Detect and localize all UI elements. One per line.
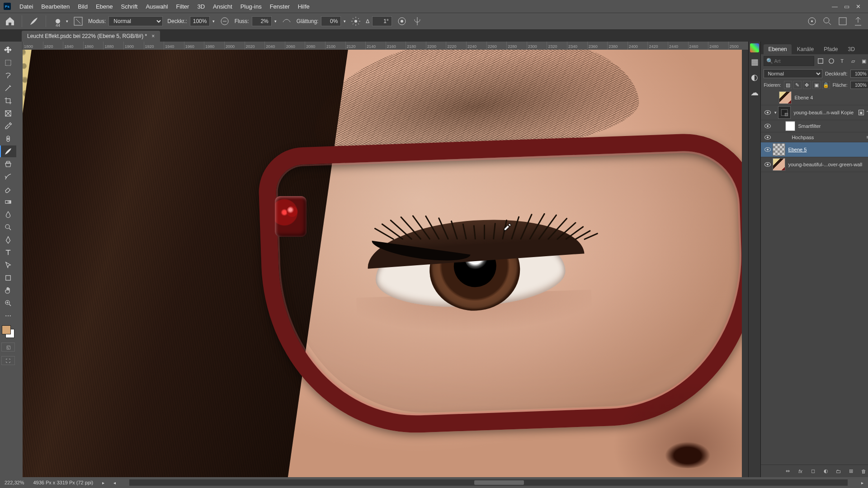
lock-transparency-icon[interactable]: ▨ — [784, 81, 792, 89]
filter-adjust-icon[interactable] — [827, 56, 836, 66]
clone-stamp-tool[interactable] — [0, 158, 16, 170]
eraser-tool[interactable] — [0, 183, 16, 195]
delete-layer-icon[interactable]: 🗑 — [859, 467, 868, 476]
home-icon[interactable] — [5, 16, 15, 27]
layer-thumbnail[interactable] — [779, 91, 792, 104]
scroll-right-icon[interactable]: ▸ — [861, 480, 863, 485]
scrollbar-vertical[interactable] — [742, 50, 748, 477]
shape-tool[interactable] — [0, 272, 16, 284]
layer-name[interactable]: Ebene 5 — [788, 147, 868, 152]
layer-thumbnail[interactable] — [773, 158, 785, 171]
lock-pixels-icon[interactable]: ✎ — [793, 81, 802, 89]
chevron-down-icon[interactable]: ▾ — [344, 19, 346, 23]
quick-actions-icon[interactable] — [837, 16, 848, 27]
menu-bearbeiten[interactable]: Bearbeiten — [37, 0, 74, 13]
layer-name[interactable]: Ebene 4 — [794, 95, 868, 100]
fill-input[interactable] — [850, 81, 868, 89]
layer-row[interactable]: ▾ young-beauti...n-wall Kopie ▣ ⌃ — [761, 105, 868, 120]
add-mask-icon[interactable]: ◻ — [809, 467, 818, 476]
opacity-input[interactable] — [190, 16, 210, 26]
lock-artboard-icon[interactable]: ▣ — [812, 81, 821, 89]
targeted-adjustment-icon[interactable] — [807, 16, 817, 27]
filter-pixel-icon[interactable] — [816, 56, 825, 66]
menu-fenster[interactable]: Fenster — [266, 0, 294, 13]
menu-auswahl[interactable]: Auswahl — [142, 0, 172, 13]
tab-pfade[interactable]: Pfade — [819, 44, 842, 54]
blur-tool[interactable] — [0, 209, 16, 221]
window-close-icon[interactable]: ✕ — [856, 3, 861, 10]
tab-kanaele[interactable]: Kanäle — [793, 44, 818, 54]
symmetry-icon[interactable] — [412, 16, 423, 27]
share-icon[interactable] — [853, 16, 863, 27]
tab-ebenen[interactable]: Ebenen — [764, 44, 791, 54]
menu-hilfe[interactable]: Hilfe — [294, 0, 314, 13]
layer-opacity-input[interactable] — [850, 70, 868, 78]
filter-shape-icon[interactable]: ▱ — [849, 56, 858, 66]
visibility-toggle[interactable] — [763, 124, 773, 128]
gradient-tool[interactable] — [0, 196, 16, 208]
menu-plugins[interactable]: Plug-ins — [236, 0, 266, 13]
chevron-down-icon[interactable]: ⌃ — [866, 110, 868, 115]
filter-smart-icon[interactable]: ▣ — [859, 56, 868, 66]
layer-name[interactable]: young-beauti...n-wall Kopie — [793, 110, 858, 115]
ruler-vertical[interactable] — [16, 50, 23, 477]
chevron-down-icon[interactable]: ▾ — [274, 19, 277, 23]
healing-brush-tool[interactable] — [0, 133, 16, 145]
close-tab-icon[interactable]: × — [151, 33, 155, 39]
layer-style-icon[interactable]: fx — [796, 467, 805, 476]
layer-filter-input[interactable] — [764, 56, 814, 66]
search-icon[interactable] — [822, 16, 833, 27]
pressure-size-icon[interactable] — [396, 16, 407, 27]
brush-tool-icon[interactable] — [28, 16, 39, 27]
window-restore-icon[interactable]: ▭ — [844, 3, 849, 10]
lock-position-icon[interactable]: ✥ — [803, 81, 811, 89]
new-layer-icon[interactable]: ⊞ — [847, 467, 856, 476]
filter-type-icon[interactable]: T — [838, 56, 847, 66]
zoom-level[interactable]: 222,32% — [5, 480, 24, 485]
lock-all-icon[interactable]: 🔒 — [822, 81, 830, 89]
menu-ansicht[interactable]: Ansicht — [209, 0, 236, 13]
visibility-toggle[interactable] — [763, 110, 773, 115]
angle-input[interactable] — [372, 16, 392, 26]
quickmask-toggle[interactable]: ◱ — [1, 343, 15, 352]
flow-input[interactable] — [252, 16, 272, 26]
visibility-toggle[interactable] — [763, 135, 773, 140]
expand-toggle[interactable]: ▾ — [773, 110, 778, 115]
libraries-panel-icon[interactable]: ☁ — [749, 87, 760, 99]
layer-row[interactable]: young-beautiful-...over-green-wall — [761, 157, 868, 172]
new-adjustment-icon[interactable]: ◐ — [821, 467, 830, 476]
color-panel-icon[interactable] — [750, 43, 759, 52]
document-info[interactable]: 4936 Px x 3319 Px (72 ppi) — [33, 480, 93, 485]
airbrush-icon[interactable] — [281, 16, 292, 27]
brush-panel-toggle-icon[interactable] — [73, 16, 84, 27]
smoothing-input[interactable] — [321, 16, 341, 26]
ruler-horizontal[interactable]: 1800182018401860188019001920194019601980… — [16, 42, 748, 50]
layer-thumbnail[interactable] — [778, 106, 791, 119]
new-group-icon[interactable]: 🗀 — [834, 467, 843, 476]
menu-bild[interactable]: Bild — [74, 0, 92, 13]
eyedropper-tool[interactable] — [0, 120, 16, 132]
path-select-tool[interactable] — [0, 259, 16, 271]
layer-row[interactable]: Smartfilter — [761, 120, 868, 132]
link-layers-icon[interactable]: ⇔ — [783, 467, 793, 476]
layer-row[interactable]: Hochpass ≡ — [761, 132, 868, 142]
move-tool[interactable] — [0, 44, 16, 56]
document-canvas[interactable] — [23, 50, 742, 477]
pen-tool[interactable] — [0, 234, 16, 246]
layer-row[interactable]: Ebene 5 — [761, 142, 868, 157]
layer-row[interactable]: Ebene 4 — [761, 90, 868, 105]
swatches-panel-icon[interactable]: ▦ — [749, 56, 760, 68]
chevron-down-icon[interactable]: ▾ — [66, 19, 68, 23]
crop-tool[interactable] — [0, 95, 16, 107]
visibility-toggle[interactable] — [763, 162, 773, 167]
tab-3d[interactable]: 3D — [843, 44, 859, 54]
scroll-left-icon[interactable]: ◂ — [113, 480, 116, 485]
visibility-toggle[interactable] — [763, 147, 773, 152]
frame-tool[interactable] — [0, 108, 16, 119]
blend-mode-select[interactable]: Normal — [108, 16, 163, 26]
layer-thumbnail[interactable] — [773, 143, 785, 156]
layer-blend-select[interactable]: Normal — [764, 69, 822, 78]
zoom-tool[interactable] — [0, 297, 16, 309]
menu-schrift[interactable]: Schrift — [117, 0, 142, 13]
pressure-opacity-icon[interactable] — [219, 16, 230, 27]
